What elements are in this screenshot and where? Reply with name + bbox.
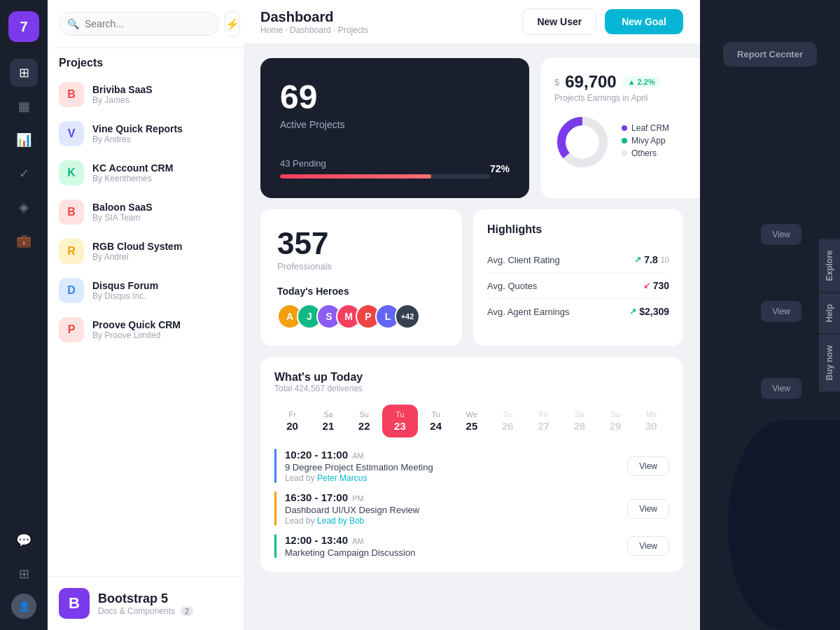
day-23[interactable]: Tu23 (382, 405, 418, 438)
project-name: RGB Cloud System (92, 241, 232, 252)
middle-row: 357 Professionals Today's Heroes A J S M… (260, 209, 683, 346)
search-wrap: 🔍 (59, 12, 219, 36)
content-area: 69 Active Projects 43 Pending 72% (244, 44, 700, 630)
legend-item-leaf: Leaf CRM $7,660 (622, 123, 700, 133)
project-name: Proove Quick CRM (92, 319, 232, 330)
event-view-button-2[interactable]: View (627, 499, 669, 519)
new-goal-button[interactable]: New Goal (605, 9, 683, 34)
pending-label: 43 Pending (280, 158, 490, 169)
event-info-1: 10:20 - 11:00 AM 9 Degree Project Estima… (285, 449, 433, 483)
nav-icon-briefcase[interactable]: 💼 (10, 227, 38, 255)
nav-icon-tasks[interactable]: ✓ (10, 160, 38, 188)
day-24[interactable]: Tu24 (418, 405, 454, 438)
filter-button[interactable]: ⚡ (225, 11, 240, 36)
project-item-briviba[interactable]: B Briviba SaaS By James (48, 75, 244, 114)
earnings-label: Projects Earnings in April (554, 93, 700, 103)
project-by: By Keenthemes (92, 174, 232, 183)
day-28[interactable]: Sa28 (561, 405, 597, 438)
donut-row: Leaf CRM $7,660 Mivy App $2,820 Others $… (554, 114, 700, 170)
active-projects-card: 69 Active Projects 43 Pending 72% (260, 58, 529, 198)
event-info-2: 16:30 - 17:00 PM Dashboard UI/UX Design … (285, 491, 419, 526)
nav-icon-chat[interactable]: 💬 (10, 526, 38, 554)
highlight-name: Avg. Agent Earnings (487, 307, 570, 317)
event-lead-link-1[interactable]: Peter Marcus (317, 473, 367, 483)
day-20[interactable]: Fr20 (274, 405, 310, 438)
explore-action[interactable]: Explore (819, 238, 840, 292)
event-bar-2 (274, 491, 276, 526)
progress-percent: 72% (490, 163, 510, 174)
header-left: Dashboard Home · Dashboard · Projects (260, 9, 368, 35)
main-content: Dashboard Home · Dashboard · Projects Ne… (244, 0, 700, 630)
project-item-kc[interactable]: K KC Account CRM By Keenthemes (48, 153, 244, 192)
active-projects-label: Active Projects (280, 119, 510, 130)
project-item-disqus[interactable]: D Disqus Forum By Disqus Inc. (48, 271, 244, 310)
day-30[interactable]: Mo30 (634, 405, 669, 438)
calendar-header: What's up Today Total 424,567 deliveries (274, 371, 669, 393)
bootstrap-card: B Bootstrap 5 Docs & Components 2 (48, 576, 244, 630)
buy-now-action[interactable]: Buy now (819, 334, 840, 392)
earnings-amount: 69,700 (565, 72, 616, 92)
earnings-legend: Leaf CRM $7,660 Mivy App $2,820 Others $… (622, 123, 700, 161)
day-26[interactable]: Tu26 (490, 405, 526, 438)
nav-icon-layers[interactable]: ◈ (10, 193, 38, 221)
project-by: By SIA Team (92, 213, 232, 223)
earnings-card: $ 69,700 ▲ 2.2% Projects Earnings in Apr… (540, 58, 700, 198)
project-item-baloon[interactable]: B Baloon SaaS By SIA Team (48, 192, 244, 232)
project-info-vine: Vine Quick Reports By Andres (92, 123, 232, 144)
event-time-3: 12:00 - 13:40 AM (285, 534, 415, 546)
day-27[interactable]: Fri27 (526, 405, 561, 438)
project-item-rgb[interactable]: R RGB Cloud System By Andrei (48, 232, 244, 271)
search-bar: 🔍 ⚡ (48, 0, 244, 48)
project-info-disqus: Disqus Forum By Disqus Inc. (92, 280, 232, 301)
project-by: By Andrei (92, 252, 232, 262)
projects-bottom-row: 43 Pending 72% (280, 158, 510, 178)
view-button-3[interactable]: View (761, 378, 802, 399)
event-lead-link-2[interactable]: Lead by Bob (317, 516, 364, 526)
day-22[interactable]: Su22 (346, 405, 382, 438)
legend-dot-leaf (622, 125, 627, 131)
report-center-button[interactable]: Report Cecnter (723, 42, 817, 66)
event-name-3: Marketing Campaign Discussion (285, 547, 415, 558)
project-item-proove[interactable]: P Proove Quick CRM By Proove Limited (48, 310, 244, 349)
progress-bar-wrap (280, 174, 490, 178)
nav-icon-modules[interactable]: ▦ (10, 92, 38, 120)
day-25[interactable]: We25 (454, 405, 489, 438)
day-21[interactable]: Sa21 (310, 405, 346, 438)
search-input[interactable] (59, 12, 219, 36)
nav-icon-grid[interactable]: ⊞ (10, 560, 38, 588)
nav-icon-analytics[interactable]: 📊 (10, 126, 38, 154)
day-29[interactable]: Su29 (597, 405, 633, 438)
legend-dot-mivy (622, 138, 627, 144)
highlight-name: Avg. Quotes (487, 281, 537, 291)
view-button-2[interactable]: View (761, 301, 802, 322)
view-button-1[interactable]: View (761, 224, 802, 245)
project-icon-kc: K (59, 160, 84, 186)
event-view-button-3[interactable]: View (627, 536, 669, 556)
project-name: Baloon SaaS (92, 202, 232, 213)
highlights-title: Highlights (487, 223, 669, 236)
arrow-up-icon: ↗ (634, 255, 641, 265)
header-actions: New User New Goal (522, 8, 683, 35)
highlight-row-rating: Avg. Client Rating ↗ 7.8 10 (487, 247, 669, 273)
project-by: By Proove Limited (92, 330, 232, 340)
user-profile-avatar[interactable]: 👤 (11, 594, 36, 619)
event-view-button-1[interactable]: View (627, 456, 669, 476)
calendar-card: What's up Today Total 424,567 deliveries… (260, 357, 683, 572)
event-time-1: 10:20 - 11:00 AM (285, 449, 433, 461)
new-user-button[interactable]: New User (522, 8, 596, 35)
legend-item-others: Others $45,257 (622, 148, 700, 158)
highlight-val: ↗ 7.8 10 (634, 254, 669, 265)
avatars-row: A J S M P L +42 (277, 304, 445, 329)
project-info-briviba: Briviba SaaS By James (92, 84, 232, 105)
nav-icon-dashboard[interactable]: ⊞ (10, 59, 38, 87)
help-action[interactable]: Help (819, 293, 840, 334)
user-avatar-number[interactable]: 7 (8, 11, 39, 42)
page-title: Dashboard (260, 9, 368, 25)
event-lead-2: Lead by Lead by Bob (285, 516, 419, 526)
highlight-row-earnings: Avg. Agent Earnings ↗ $2,309 (487, 299, 669, 324)
project-item-vine[interactable]: V Vine Quick Reports By Andres (48, 114, 244, 153)
calendar-title: What's up Today (274, 371, 669, 384)
event-time-2: 16:30 - 17:00 PM (285, 491, 419, 503)
highlight-val: ↙ 730 (643, 280, 669, 291)
right-panel-bg (728, 420, 840, 630)
